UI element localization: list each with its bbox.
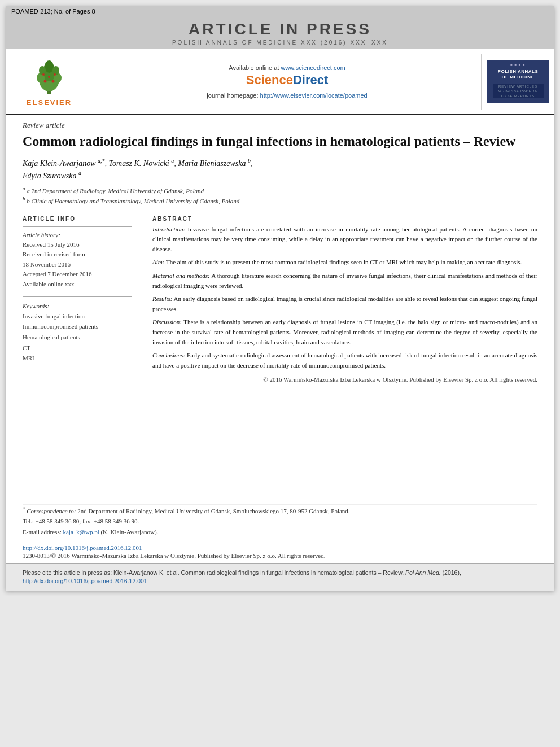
abstract-discussion: Discussion: There is a relationship betw… bbox=[152, 317, 537, 347]
article-title: Common radiological findings in fungal i… bbox=[23, 133, 537, 150]
svg-point-6 bbox=[39, 66, 46, 75]
journal-homepage: journal homepage: http://www.elsevier.co… bbox=[207, 92, 367, 99]
keyword-1: Invasive fungal infection bbox=[23, 311, 132, 322]
journal-homepage-link[interactable]: http://www.elsevier.com/locate/poamed bbox=[260, 92, 368, 99]
divider-keywords bbox=[23, 296, 132, 297]
available-online: Available online at www.sciencedirect.co… bbox=[229, 64, 345, 71]
article-info-heading: ARTICLE INFO bbox=[23, 216, 132, 222]
accepted-date: Accepted 7 December 2016 bbox=[23, 269, 132, 279]
elsevier-tree-icon bbox=[24, 56, 75, 96]
abstract-aim-heading: Aim: bbox=[152, 259, 164, 265]
tel-line: Tel.: +48 58 349 36 80; fax: +48 58 349 … bbox=[23, 516, 537, 527]
abstract-methods-heading: Material and methods: bbox=[152, 272, 210, 279]
doi-section: http://dx.doi.org/10.1016/j.poamed.2016.… bbox=[6, 542, 554, 552]
keyword-5: MRI bbox=[23, 353, 132, 364]
keywords-label: Keywords: bbox=[23, 303, 132, 309]
citation-prefix: Please cite this article in press as: Kl… bbox=[23, 569, 405, 576]
footnote-section: * Correspondence to: 2nd Department of R… bbox=[6, 505, 554, 538]
keyword-3: Hematological patients bbox=[23, 332, 132, 343]
history-label: Article history: bbox=[23, 231, 132, 238]
svg-point-9 bbox=[52, 80, 55, 83]
abstract-conclusions: Conclusions: Early and systematic radiol… bbox=[152, 351, 537, 370]
svg-point-7 bbox=[53, 66, 59, 75]
author-3: Maria Bieniaszewska bbox=[178, 159, 246, 168]
abstract-results-heading: Results: bbox=[152, 295, 172, 302]
header-logos: ELSEVIER Available online at www.science… bbox=[6, 49, 554, 115]
email-line: E-mail address: kaja_k@wp.pl (K. Klein-A… bbox=[23, 527, 537, 538]
aip-title: ARTICLE IN PRESS bbox=[6, 20, 554, 38]
author-2: Tomasz K. Nowicki bbox=[109, 159, 169, 168]
svg-point-10 bbox=[48, 76, 50, 78]
article-content: Review article Common radiological findi… bbox=[6, 115, 554, 504]
abstract-discussion-heading: Discussion: bbox=[152, 318, 182, 325]
article-body-placeholder bbox=[23, 385, 537, 498]
doi-link[interactable]: http://dx.doi.org/10.1016/j.poamed.2016.… bbox=[23, 544, 142, 551]
abstract-methods: Material and methods: A thorough literat… bbox=[152, 271, 537, 291]
revised-date: 18 November 2016 bbox=[23, 260, 132, 270]
sciencedirect-url[interactable]: www.sciencedirect.com bbox=[281, 64, 345, 71]
page: POAMED-213; No. of Pages 8 ARTICLE IN PR… bbox=[6, 6, 554, 591]
authors: Kaja Klein-Awarjanow a,*, Tomasz K. Nowi… bbox=[23, 156, 537, 182]
affiliations: a a 2nd Department of Radiology, Medical… bbox=[23, 185, 537, 206]
license-line: 1230-8013/© 2016 Warmińsko-Mazurska Izba… bbox=[6, 552, 554, 563]
citation-box: Please cite this article in press as: Kl… bbox=[6, 563, 554, 591]
correspondence-label: Correspondence to: bbox=[27, 508, 76, 514]
abstract-results: Results: An early diagnosis based on rad… bbox=[152, 294, 537, 314]
svg-point-3 bbox=[45, 60, 54, 73]
divider-1 bbox=[23, 211, 537, 211]
elsevier-logo: ELSEVIER bbox=[6, 54, 93, 110]
abstract-heading-label: ABSTRACT bbox=[152, 216, 537, 222]
sciencedirect-logo: ScienceDirect bbox=[246, 73, 329, 88]
article-info-col: ARTICLE INFO Article history: Received 1… bbox=[23, 216, 141, 385]
correspondence-line: * Correspondence to: 2nd Department of R… bbox=[23, 505, 537, 516]
copyright-line: © 2016 Warmińsko-Mazurska Izba Lekarska … bbox=[152, 375, 537, 385]
article-history: Article history: Received 15 July 2016 R… bbox=[23, 231, 132, 290]
two-col-section: ARTICLE INFO Article history: Received 1… bbox=[23, 216, 537, 385]
revised-label: Received in revised form bbox=[23, 250, 132, 260]
email-link[interactable]: kaja_k@wp.pl bbox=[63, 528, 99, 535]
svg-point-8 bbox=[44, 80, 47, 83]
citation-doi-link[interactable]: http://dx.doi.org/10.1016/j.poamed.2016.… bbox=[23, 578, 147, 584]
header-center: Available online at www.sciencedirect.co… bbox=[93, 54, 481, 110]
keyword-4: CT bbox=[23, 343, 132, 353]
author-1: Kaja Klein-Awarjanow bbox=[23, 159, 96, 168]
citation-journal: Pol Ann Med. (2016), bbox=[405, 569, 461, 576]
abstract-section: Introduction: Invasive fungal infections… bbox=[152, 225, 537, 385]
article-id: POAMED-213; No. of Pages 8 bbox=[11, 8, 95, 15]
received-date: Received 15 July 2016 bbox=[23, 240, 132, 250]
abstract-col: ABSTRACT Introduction: Invasive fungal i… bbox=[152, 216, 537, 385]
correspondence-text: 2nd Department of Radiology, Medical Uni… bbox=[77, 508, 349, 514]
abstract-intro: Introduction: Invasive fungal infections… bbox=[152, 225, 537, 255]
elsevier-text: ELSEVIER bbox=[27, 98, 72, 107]
abstract-aim: Aim: The aim of this study is to present… bbox=[152, 257, 537, 268]
divider-info bbox=[23, 226, 132, 227]
abstract-conclusions-heading: Conclusions: bbox=[152, 352, 185, 359]
review-label: Review article bbox=[23, 121, 537, 130]
keywords-section: Keywords: Invasive fungal infection Immu… bbox=[23, 303, 132, 364]
polish-annals-logo: ■ ■ ■ ■ POLISH ANNALSOF MEDICINE REVIEW … bbox=[481, 54, 554, 110]
svg-point-12 bbox=[54, 73, 56, 76]
svg-point-11 bbox=[42, 73, 45, 76]
author-4: Edyta Szurowska bbox=[23, 172, 77, 180]
journal-name: POLISH ANNALS OF MEDICINE XXX (2016) XXX… bbox=[6, 40, 554, 46]
abstract-intro-heading: Introduction: bbox=[152, 226, 185, 233]
top-bar: POAMED-213; No. of Pages 8 bbox=[6, 6, 554, 17]
aip-banner: ARTICLE IN PRESS POLISH ANNALS OF MEDICI… bbox=[6, 17, 554, 49]
polish-annals-img: ■ ■ ■ ■ POLISH ANNALSOF MEDICINE REVIEW … bbox=[487, 60, 549, 103]
keyword-2: Immunocompromised patients bbox=[23, 321, 132, 332]
available-online: Available online xxx bbox=[23, 279, 132, 290]
